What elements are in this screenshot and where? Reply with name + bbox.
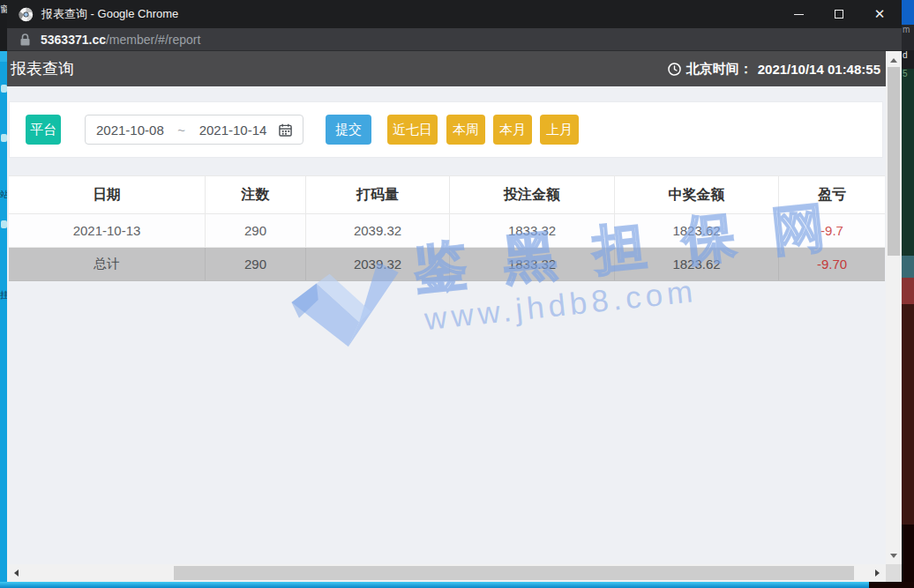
time-value: 2021/10/14 01:48:55 — [758, 62, 880, 77]
date-end: 2021-10-14 — [199, 123, 267, 138]
table-total-row: 总计 290 2039.32 1833.32 1823.62 -9.70 — [9, 248, 885, 281]
cell-turnover: 2039.32 — [306, 248, 450, 280]
background-block — [902, 304, 914, 525]
header-profit: 盈亏 — [779, 176, 885, 213]
scroll-down-button[interactable] — [886, 548, 902, 562]
cell-total-label: 总计 — [9, 248, 206, 280]
header-bet-amount: 投注金额 — [450, 176, 615, 213]
cell-bet-count: 290 — [206, 214, 306, 247]
url-path: /member/#/report — [106, 33, 200, 47]
maximize-icon — [835, 10, 843, 19]
background-taskbar-strip — [0, 582, 869, 588]
vertical-scrollbar-thumb[interactable] — [888, 67, 900, 256]
address-bar[interactable]: 5363371.cc/member/#/report — [7, 28, 902, 51]
background-window-right-sliver: m d 5 — [902, 0, 914, 588]
background-icon — [1, 220, 7, 228]
table-row: 2021-10-13 290 2039.32 1833.32 1823.62 -… — [9, 214, 885, 248]
background-block — [902, 525, 914, 588]
date-separator: ~ — [177, 123, 185, 138]
page-header: 报表查询 北京时间： 2021/10/14 01:48:55 — [7, 51, 886, 86]
filter-card: 平台 2021-10-08 ~ 2021-10-14 — [9, 101, 883, 158]
cell-date: 2021-10-13 — [9, 214, 206, 247]
browser-window: 报表查询 - Google Chrome ✕ 5363371.cc/member… — [7, 0, 902, 582]
report-table: 日期 注数 打码量 投注金额 中奖金额 盈亏 2021-10-13 290 20… — [9, 175, 885, 281]
screen: 窗 站 挂 m d 5 报表查询 - Google Chrome — [0, 0, 914, 588]
maximize-button[interactable] — [819, 0, 859, 28]
minimize-button[interactable] — [778, 0, 819, 28]
cell-bet-count: 290 — [206, 248, 306, 280]
table-header-row: 日期 注数 打码量 投注金额 中奖金额 盈亏 — [9, 175, 885, 214]
background-dark-strip — [869, 582, 914, 588]
this-week-button[interactable]: 本周 — [446, 115, 485, 145]
last-month-button[interactable]: 上月 — [540, 115, 579, 145]
cell-bet-amount: 1833.32 — [450, 248, 615, 280]
cell-turnover: 2039.32 — [306, 214, 450, 247]
minimize-icon — [794, 14, 804, 15]
scroll-right-button[interactable] — [870, 564, 884, 582]
background-glyph: 挂 — [0, 291, 7, 300]
window-title: 报表查询 - Google Chrome — [41, 6, 778, 22]
scroll-left-icon — [14, 569, 19, 577]
background-icon — [1, 134, 7, 142]
scroll-up-button[interactable] — [886, 53, 902, 67]
window-controls: ✕ — [778, 0, 900, 28]
close-icon: ✕ — [874, 6, 886, 22]
page-content: 平台 2021-10-08 ~ 2021-10-14 — [7, 86, 886, 564]
url-text[interactable]: 5363371.cc/member/#/report — [41, 33, 200, 47]
scroll-down-icon — [890, 554, 897, 558]
header-bet-count: 注数 — [206, 176, 306, 213]
clock-icon — [668, 63, 681, 76]
platform-button[interactable]: 平台 — [26, 115, 61, 145]
last-7-days-button[interactable]: 近七日 — [387, 115, 438, 145]
date-range-input[interactable]: 2021-10-08 ~ 2021-10-14 — [85, 115, 303, 145]
date-start: 2021-10-08 — [96, 123, 164, 138]
cell-profit: -9.7 — [779, 214, 885, 247]
background-glyph: 窗 — [0, 5, 7, 14]
url-domain: 5363371.cc — [41, 33, 106, 47]
background-glyph: d — [902, 50, 914, 69]
submit-button[interactable]: 提交 — [326, 115, 371, 145]
close-button[interactable]: ✕ — [859, 0, 900, 28]
cell-win-amount: 1823.62 — [615, 214, 779, 247]
horizontal-scrollbar-thumb[interactable] — [174, 566, 854, 580]
scroll-up-icon — [890, 58, 897, 63]
lock-icon[interactable] — [20, 33, 30, 46]
background-glyph: m — [902, 25, 914, 50]
background-glyph: 5 — [902, 69, 914, 256]
chrome-icon — [19, 7, 34, 22]
window-titlebar[interactable]: 报表查询 - Google Chrome ✕ — [7, 0, 902, 28]
cell-profit: -9.70 — [779, 248, 885, 280]
background-block — [902, 256, 914, 304]
header-turnover: 打码量 — [306, 176, 450, 213]
vertical-scrollbar[interactable] — [886, 51, 902, 564]
this-month-button[interactable]: 本月 — [493, 115, 532, 145]
scrollbar-corner — [886, 564, 902, 582]
time-label: 北京时间： — [686, 61, 753, 78]
beijing-time: 北京时间： 2021/10/14 01:48:55 — [668, 61, 880, 78]
horizontal-scrollbar[interactable] — [7, 564, 886, 582]
calendar-icon[interactable] — [279, 123, 292, 137]
scroll-right-icon — [875, 569, 880, 577]
page-title: 报表查询 — [11, 58, 668, 79]
scroll-left-button[interactable] — [9, 564, 23, 582]
header-date: 日期 — [9, 176, 206, 213]
background-window-left-sliver: 窗 站 挂 — [0, 0, 7, 588]
cell-win-amount: 1823.62 — [615, 248, 779, 280]
background-icon — [1, 85, 7, 93]
background-block — [902, 0, 914, 25]
background-glyph: 站 — [0, 190, 7, 199]
cell-bet-amount: 1833.32 — [450, 214, 615, 247]
header-win-amount: 中奖金额 — [615, 176, 779, 213]
